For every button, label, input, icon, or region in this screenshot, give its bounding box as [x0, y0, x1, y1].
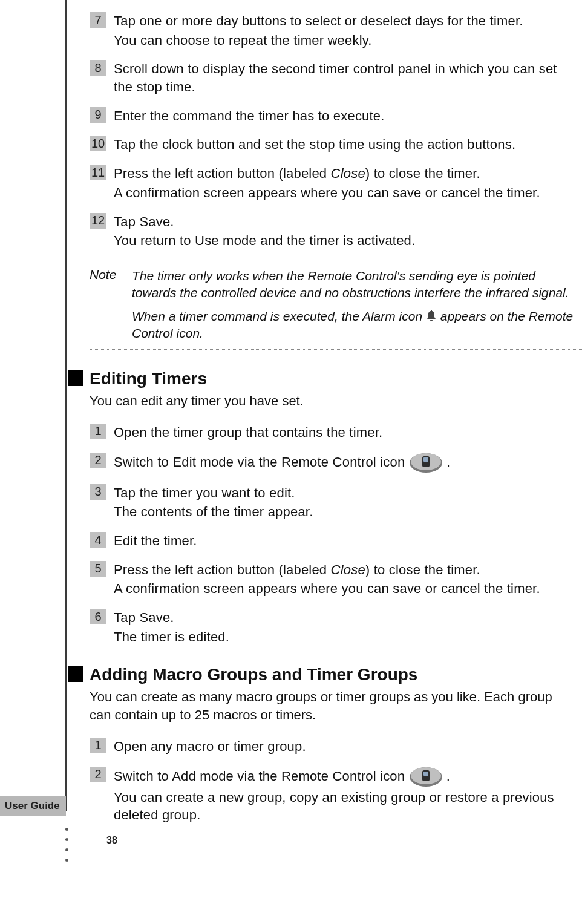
section-marker: [68, 666, 83, 682]
page-number: 38: [106, 835, 117, 846]
note-text: The timer only works when the Remote Con…: [132, 267, 580, 342]
step-body: Tap the clock button and set the stop ti…: [114, 136, 582, 154]
step-main-text: Scroll down to display the second timer …: [114, 60, 576, 96]
step-main-text: Edit the timer.: [114, 532, 576, 550]
text-fragment: When a timer command is executed, the Al…: [132, 309, 426, 323]
section-header: Editing Timers: [68, 369, 582, 388]
step-sub-text: You can choose to repeat the timer weekl…: [114, 31, 576, 50]
step-body: Switch to Add mode via the Remote Contro…: [114, 767, 582, 824]
text-fragment: Switch to Add mode via the Remote Contro…: [114, 768, 409, 783]
step-sub-text: The timer is edited.: [114, 628, 576, 646]
step-item: 1 Open the timer group that contains the…: [68, 424, 582, 442]
step-number: 8: [90, 60, 106, 76]
remote-control-icon: [409, 767, 443, 787]
step-number: 12: [90, 213, 106, 229]
step-number: 2: [90, 453, 106, 468]
step-number: 1: [90, 738, 106, 753]
step-body: Tap Save. The timer is edited.: [114, 609, 582, 646]
step-item: 8 Scroll down to display the second time…: [68, 60, 582, 96]
vertical-rule: [65, 0, 67, 811]
note-label: Note: [90, 267, 132, 282]
step-body: Tap Save. You return to Use mode and the…: [114, 213, 582, 250]
step-body: Enter the command the timer has to execu…: [114, 107, 582, 125]
step-sub-text: The contents of the timer appear.: [114, 503, 576, 521]
step-body: Switch to Edit mode via the Remote Contr…: [114, 453, 582, 473]
italic-text: Close: [331, 562, 365, 577]
section-title: Adding Macro Groups and Timer Groups: [90, 665, 417, 684]
step-item: 4 Edit the timer.: [68, 532, 582, 550]
step-item: 10 Tap the clock button and set the stop…: [68, 136, 582, 154]
step-main-text: Open the timer group that contains the t…: [114, 424, 576, 442]
footer-dots: [65, 821, 68, 869]
step-item: 12 Tap Save. You return to Use mode and …: [68, 213, 582, 250]
step-sub-text: You return to Use mode and the timer is …: [114, 232, 576, 250]
step-main-text: Tap one or more day buttons to select or…: [114, 12, 576, 30]
step-body: Edit the timer.: [114, 532, 582, 550]
step-sub-text: A confirmation screen appears where you …: [114, 580, 576, 598]
page-content: 7 Tap one or more day buttons to select …: [68, 12, 582, 835]
step-main-text: Switch to Add mode via the Remote Contro…: [114, 767, 576, 787]
text-fragment: ) to close the timer.: [365, 562, 480, 577]
section-title: Editing Timers: [90, 369, 207, 388]
svg-rect-8: [423, 772, 428, 776]
step-main-text: Open any macro or timer group.: [114, 738, 576, 756]
step-item: 2 Switch to Add mode via the Remote Cont…: [68, 767, 582, 824]
step-number: 10: [90, 136, 106, 151]
section-intro: You can create as many macro groups or t…: [90, 688, 582, 724]
step-body: Press the left action button (labeled Cl…: [114, 165, 582, 202]
step-body: Scroll down to display the second timer …: [114, 60, 582, 96]
step-body: Tap the timer you want to edit. The cont…: [114, 484, 582, 521]
step-number: 9: [90, 107, 106, 123]
step-number: 4: [90, 532, 106, 548]
step-item: 6 Tap Save. The timer is edited.: [68, 609, 582, 646]
section-header: Adding Macro Groups and Timer Groups: [68, 665, 582, 684]
svg-rect-0: [431, 310, 432, 311]
section-intro: You can edit any timer you have set.: [90, 392, 582, 410]
step-item: 5 Press the left action button (labeled …: [68, 561, 582, 598]
step-main-text: Press the left action button (labeled Cl…: [114, 561, 576, 579]
step-item: 11 Press the left action button (labeled…: [68, 165, 582, 202]
step-sub-text: You can create a new group, copy an exis…: [114, 788, 576, 824]
step-main-text: Tap Save.: [114, 609, 576, 627]
step-main-text: Tap the timer you want to edit.: [114, 484, 576, 502]
section-marker: [68, 370, 83, 386]
step-item: 7 Tap one or more day buttons to select …: [68, 12, 582, 49]
text-fragment: .: [446, 768, 450, 783]
step-body: Tap one or more day buttons to select or…: [114, 12, 582, 49]
step-number: 2: [90, 767, 106, 782]
step-item: 9 Enter the command the timer has to exe…: [68, 107, 582, 125]
step-body: Open the timer group that contains the t…: [114, 424, 582, 442]
step-number: 1: [90, 424, 106, 439]
step-main-text: Tap Save.: [114, 213, 576, 231]
step-item: 2 Switch to Edit mode via the Remote Con…: [68, 453, 582, 473]
step-number: 3: [90, 484, 106, 500]
text-fragment: ) to close the timer.: [365, 166, 480, 181]
text-fragment: .: [446, 454, 450, 469]
step-item: 1 Open any macro or timer group.: [68, 738, 582, 756]
alarm-icon: [426, 310, 437, 322]
step-main-text: Switch to Edit mode via the Remote Contr…: [114, 453, 576, 473]
italic-text: Close: [331, 166, 365, 181]
step-body: Press the left action button (labeled Cl…: [114, 561, 582, 598]
svg-rect-4: [423, 457, 428, 462]
step-main-text: Enter the command the timer has to execu…: [114, 107, 576, 125]
step-item: 3 Tap the timer you want to edit. The co…: [68, 484, 582, 521]
note-paragraph: The timer only works when the Remote Con…: [132, 267, 575, 302]
remote-control-icon: [409, 453, 443, 473]
footer-label: User Guide: [0, 796, 66, 816]
step-number: 6: [90, 609, 106, 624]
text-fragment: Press the left action button (labeled: [114, 166, 331, 181]
text-fragment: Press the left action button (labeled: [114, 562, 331, 577]
step-main-text: Tap the clock button and set the stop ti…: [114, 136, 576, 154]
step-number: 11: [90, 165, 106, 180]
step-number: 5: [90, 561, 106, 577]
text-fragment: Switch to Edit mode via the Remote Contr…: [114, 454, 409, 469]
note-block: Note The timer only works when the Remot…: [90, 261, 582, 350]
step-sub-text: A confirmation screen appears where you …: [114, 184, 576, 202]
step-number: 7: [90, 12, 106, 28]
step-body: Open any macro or timer group.: [114, 738, 582, 756]
step-main-text: Press the left action button (labeled Cl…: [114, 165, 576, 183]
note-paragraph: When a timer command is executed, the Al…: [132, 308, 575, 342]
